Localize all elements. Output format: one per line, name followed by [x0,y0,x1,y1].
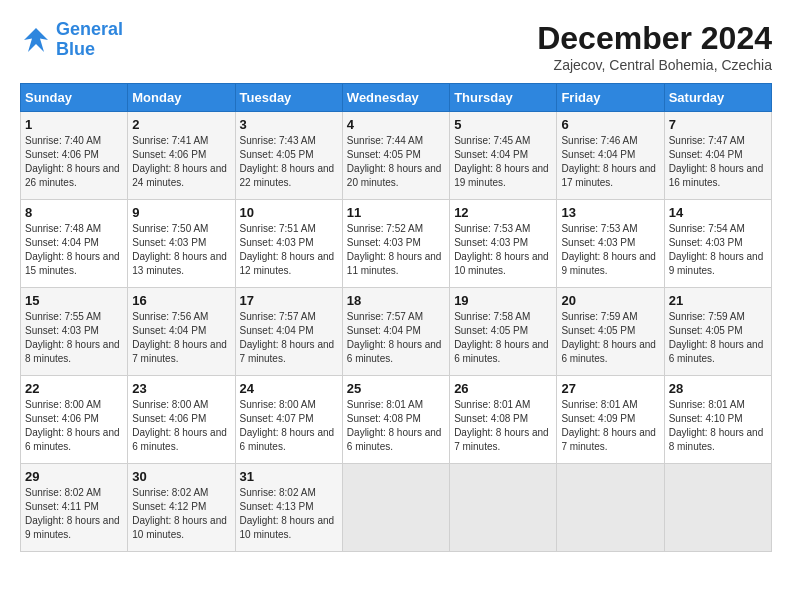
calendar-cell: 2Sunrise: 7:41 AMSunset: 4:06 PMDaylight… [128,112,235,200]
day-info: Sunrise: 7:57 AMSunset: 4:04 PMDaylight:… [240,310,338,366]
day-number: 22 [25,381,123,396]
logo-icon [20,24,52,56]
calendar-cell: 1Sunrise: 7:40 AMSunset: 4:06 PMDaylight… [21,112,128,200]
calendar-cell: 4Sunrise: 7:44 AMSunset: 4:05 PMDaylight… [342,112,449,200]
day-number: 4 [347,117,445,132]
day-number: 24 [240,381,338,396]
day-info: Sunrise: 8:02 AMSunset: 4:11 PMDaylight:… [25,486,123,542]
calendar-cell: 26Sunrise: 8:01 AMSunset: 4:08 PMDayligh… [450,376,557,464]
day-info: Sunrise: 7:50 AMSunset: 4:03 PMDaylight:… [132,222,230,278]
calendar-cell: 31Sunrise: 8:02 AMSunset: 4:13 PMDayligh… [235,464,342,552]
day-info: Sunrise: 8:02 AMSunset: 4:12 PMDaylight:… [132,486,230,542]
day-info: Sunrise: 8:00 AMSunset: 4:07 PMDaylight:… [240,398,338,454]
calendar-week-2: 8Sunrise: 7:48 AMSunset: 4:04 PMDaylight… [21,200,772,288]
calendar-cell: 3Sunrise: 7:43 AMSunset: 4:05 PMDaylight… [235,112,342,200]
day-number: 11 [347,205,445,220]
day-info: Sunrise: 7:54 AMSunset: 4:03 PMDaylight:… [669,222,767,278]
calendar-week-1: 1Sunrise: 7:40 AMSunset: 4:06 PMDaylight… [21,112,772,200]
day-info: Sunrise: 7:56 AMSunset: 4:04 PMDaylight:… [132,310,230,366]
calendar-cell: 30Sunrise: 8:02 AMSunset: 4:12 PMDayligh… [128,464,235,552]
day-info: Sunrise: 7:57 AMSunset: 4:04 PMDaylight:… [347,310,445,366]
day-header-friday: Friday [557,84,664,112]
calendar-cell: 10Sunrise: 7:51 AMSunset: 4:03 PMDayligh… [235,200,342,288]
calendar-cell: 21Sunrise: 7:59 AMSunset: 4:05 PMDayligh… [664,288,771,376]
calendar-cell: 7Sunrise: 7:47 AMSunset: 4:04 PMDaylight… [664,112,771,200]
calendar-cell: 15Sunrise: 7:55 AMSunset: 4:03 PMDayligh… [21,288,128,376]
day-info: Sunrise: 8:01 AMSunset: 4:08 PMDaylight:… [347,398,445,454]
day-number: 29 [25,469,123,484]
day-header-wednesday: Wednesday [342,84,449,112]
logo-text: General Blue [56,20,123,60]
calendar-cell: 9Sunrise: 7:50 AMSunset: 4:03 PMDaylight… [128,200,235,288]
day-number: 1 [25,117,123,132]
calendar-cell: 14Sunrise: 7:54 AMSunset: 4:03 PMDayligh… [664,200,771,288]
days-header: SundayMondayTuesdayWednesdayThursdayFrid… [21,84,772,112]
calendar-cell: 19Sunrise: 7:58 AMSunset: 4:05 PMDayligh… [450,288,557,376]
day-number: 23 [132,381,230,396]
calendar-cell: 5Sunrise: 7:45 AMSunset: 4:04 PMDaylight… [450,112,557,200]
day-info: Sunrise: 8:00 AMSunset: 4:06 PMDaylight:… [132,398,230,454]
calendar-cell: 8Sunrise: 7:48 AMSunset: 4:04 PMDaylight… [21,200,128,288]
calendar-week-4: 22Sunrise: 8:00 AMSunset: 4:06 PMDayligh… [21,376,772,464]
month-title: December 2024 [537,20,772,57]
calendar-cell: 22Sunrise: 8:00 AMSunset: 4:06 PMDayligh… [21,376,128,464]
day-info: Sunrise: 7:53 AMSunset: 4:03 PMDaylight:… [454,222,552,278]
day-number: 28 [669,381,767,396]
day-info: Sunrise: 7:41 AMSunset: 4:06 PMDaylight:… [132,134,230,190]
calendar-cell: 28Sunrise: 8:01 AMSunset: 4:10 PMDayligh… [664,376,771,464]
calendar-cell: 24Sunrise: 8:00 AMSunset: 4:07 PMDayligh… [235,376,342,464]
day-info: Sunrise: 7:47 AMSunset: 4:04 PMDaylight:… [669,134,767,190]
day-info: Sunrise: 7:48 AMSunset: 4:04 PMDaylight:… [25,222,123,278]
day-number: 26 [454,381,552,396]
day-number: 27 [561,381,659,396]
calendar-cell: 18Sunrise: 7:57 AMSunset: 4:04 PMDayligh… [342,288,449,376]
day-info: Sunrise: 8:01 AMSunset: 4:10 PMDaylight:… [669,398,767,454]
day-header-sunday: Sunday [21,84,128,112]
calendar-cell: 27Sunrise: 8:01 AMSunset: 4:09 PMDayligh… [557,376,664,464]
logo: General Blue [20,20,123,60]
title-area: December 2024 Zajecov, Central Bohemia, … [537,20,772,73]
day-number: 25 [347,381,445,396]
day-header-tuesday: Tuesday [235,84,342,112]
calendar-cell: 17Sunrise: 7:57 AMSunset: 4:04 PMDayligh… [235,288,342,376]
day-number: 21 [669,293,767,308]
calendar-cell [664,464,771,552]
day-number: 2 [132,117,230,132]
day-number: 30 [132,469,230,484]
calendar-table: SundayMondayTuesdayWednesdayThursdayFrid… [20,83,772,552]
day-number: 31 [240,469,338,484]
day-info: Sunrise: 7:44 AMSunset: 4:05 PMDaylight:… [347,134,445,190]
calendar-cell: 29Sunrise: 8:02 AMSunset: 4:11 PMDayligh… [21,464,128,552]
day-number: 14 [669,205,767,220]
day-number: 19 [454,293,552,308]
calendar-cell: 6Sunrise: 7:46 AMSunset: 4:04 PMDaylight… [557,112,664,200]
day-info: Sunrise: 7:43 AMSunset: 4:05 PMDaylight:… [240,134,338,190]
calendar-cell [342,464,449,552]
day-number: 10 [240,205,338,220]
calendar-cell: 12Sunrise: 7:53 AMSunset: 4:03 PMDayligh… [450,200,557,288]
day-number: 18 [347,293,445,308]
subtitle: Zajecov, Central Bohemia, Czechia [537,57,772,73]
day-number: 15 [25,293,123,308]
day-number: 9 [132,205,230,220]
day-info: Sunrise: 7:55 AMSunset: 4:03 PMDaylight:… [25,310,123,366]
day-header-thursday: Thursday [450,84,557,112]
day-number: 12 [454,205,552,220]
calendar-cell: 16Sunrise: 7:56 AMSunset: 4:04 PMDayligh… [128,288,235,376]
day-info: Sunrise: 7:53 AMSunset: 4:03 PMDaylight:… [561,222,659,278]
svg-marker-0 [24,28,48,52]
day-number: 20 [561,293,659,308]
day-info: Sunrise: 7:59 AMSunset: 4:05 PMDaylight:… [561,310,659,366]
day-info: Sunrise: 7:58 AMSunset: 4:05 PMDaylight:… [454,310,552,366]
day-number: 3 [240,117,338,132]
calendar-body: 1Sunrise: 7:40 AMSunset: 4:06 PMDaylight… [21,112,772,552]
day-number: 13 [561,205,659,220]
calendar-cell: 23Sunrise: 8:00 AMSunset: 4:06 PMDayligh… [128,376,235,464]
day-info: Sunrise: 8:01 AMSunset: 4:08 PMDaylight:… [454,398,552,454]
day-info: Sunrise: 7:51 AMSunset: 4:03 PMDaylight:… [240,222,338,278]
page-header: General Blue December 2024 Zajecov, Cent… [20,20,772,73]
day-info: Sunrise: 7:52 AMSunset: 4:03 PMDaylight:… [347,222,445,278]
calendar-cell: 25Sunrise: 8:01 AMSunset: 4:08 PMDayligh… [342,376,449,464]
day-number: 5 [454,117,552,132]
day-info: Sunrise: 7:40 AMSunset: 4:06 PMDaylight:… [25,134,123,190]
